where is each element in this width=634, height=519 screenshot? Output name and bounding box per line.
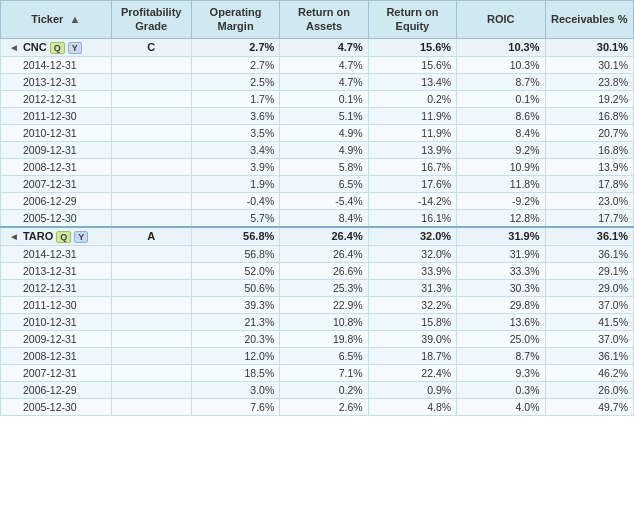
data-cell-rec_pct: 26.0% [545,381,633,398]
ticker-cell: ◄TAROQY [1,227,112,246]
data-cell-roe: 0.9% [368,381,456,398]
data-cell-op_margin: 18.5% [191,364,279,381]
financial-table: Ticker ▲ Profitability Grade Operating M… [0,0,634,416]
date-cell: 2006-12-29 [1,381,112,398]
summary-op_margin: 56.8% [191,227,279,246]
data-cell-roic: -9.2% [457,192,545,209]
date-cell: 2011-12-30 [1,107,112,124]
header-roic-label: ROIC [487,13,515,25]
data-cell-roe: 11.9% [368,107,456,124]
data-cell-rec_pct: 37.0% [545,296,633,313]
data-cell-op_margin: 3.0% [191,381,279,398]
table-row: 2010-12-313.5%4.9%11.9%8.4%20.7% [1,124,634,141]
data-cell-roe: 32.2% [368,296,456,313]
data-cell-roa: 7.1% [280,364,368,381]
data-cell-rec_pct: 16.8% [545,141,633,158]
data-cell-roic: 33.3% [457,262,545,279]
table-row: 2011-12-303.6%5.1%11.9%8.6%16.8% [1,107,634,124]
data-cell-op_margin: 1.9% [191,175,279,192]
data-cell-op_margin: 3.5% [191,124,279,141]
empty-grade-cell [111,56,191,73]
empty-grade-cell [111,364,191,381]
empty-grade-cell [111,398,191,415]
data-cell-roe: 15.6% [368,56,456,73]
date-cell: 2011-12-30 [1,296,112,313]
data-cell-roa: 2.6% [280,398,368,415]
data-cell-roic: 9.2% [457,141,545,158]
summary-op_margin: 2.7% [191,38,279,56]
data-cell-roic: 8.4% [457,124,545,141]
data-cell-roa: 4.9% [280,124,368,141]
data-cell-roic: 9.3% [457,364,545,381]
data-cell-roe: 0.2% [368,90,456,107]
data-cell-roe: 13.9% [368,141,456,158]
header-ticker[interactable]: Ticker ▲ [1,1,112,39]
data-cell-rec_pct: 36.1% [545,245,633,262]
header-rec-pct[interactable]: Receivables % [545,1,633,39]
data-cell-roe: 16.7% [368,158,456,175]
badge-y[interactable]: Y [68,42,82,54]
data-cell-op_margin: 12.0% [191,347,279,364]
expand-arrow[interactable]: ◄ [9,42,19,53]
empty-grade-cell [111,107,191,124]
data-cell-op_margin: 5.7% [191,209,279,227]
table-row: 2012-12-311.7%0.1%0.2%0.1%19.2% [1,90,634,107]
data-cell-roic: 0.3% [457,381,545,398]
data-cell-op_margin: 56.8% [191,245,279,262]
data-cell-op_margin: 3.9% [191,158,279,175]
table-row: 2009-12-3120.3%19.8%39.0%25.0%37.0% [1,330,634,347]
ticker-row: ◄TAROQYA56.8%26.4%32.0%31.9%36.1% [1,227,634,246]
data-cell-roa: 5.1% [280,107,368,124]
empty-grade-cell [111,245,191,262]
data-cell-op_margin: 3.4% [191,141,279,158]
empty-grade-cell [111,262,191,279]
badge-q[interactable]: Q [50,42,65,54]
header-roic[interactable]: ROIC [457,1,545,39]
data-cell-roic: 29.8% [457,296,545,313]
badge-y[interactable]: Y [74,231,88,243]
data-cell-roe: 33.9% [368,262,456,279]
data-cell-rec_pct: 23.0% [545,192,633,209]
header-rec-pct-label: Receivables % [551,13,627,25]
data-cell-op_margin: 20.3% [191,330,279,347]
data-cell-op_margin: 52.0% [191,262,279,279]
data-cell-rec_pct: 17.8% [545,175,633,192]
empty-grade-cell [111,381,191,398]
data-cell-op_margin: 7.6% [191,398,279,415]
table-row: 2014-12-3156.8%26.4%32.0%31.9%36.1% [1,245,634,262]
summary-roic: 31.9% [457,227,545,246]
data-cell-roic: 10.3% [457,56,545,73]
data-cell-rec_pct: 16.8% [545,107,633,124]
header-roa[interactable]: Return on Assets [280,1,368,39]
ticker-label: TARO [23,230,53,242]
data-cell-rec_pct: 19.2% [545,90,633,107]
data-cell-roic: 0.1% [457,90,545,107]
data-cell-roe: 11.9% [368,124,456,141]
data-cell-roa: 0.2% [280,381,368,398]
date-cell: 2012-12-31 [1,90,112,107]
data-cell-rec_pct: 37.0% [545,330,633,347]
data-cell-rec_pct: 29.0% [545,279,633,296]
date-cell: 2009-12-31 [1,330,112,347]
data-cell-roe: 16.1% [368,209,456,227]
data-cell-op_margin: 2.7% [191,56,279,73]
data-cell-op_margin: -0.4% [191,192,279,209]
table-row: 2007-12-3118.5%7.1%22.4%9.3%46.2% [1,364,634,381]
header-grade[interactable]: Profitability Grade [111,1,191,39]
data-cell-roa: 22.9% [280,296,368,313]
date-cell: 2009-12-31 [1,141,112,158]
data-cell-roa: 5.8% [280,158,368,175]
header-roe[interactable]: Return on Equity [368,1,456,39]
date-cell: 2007-12-31 [1,364,112,381]
date-cell: 2010-12-31 [1,313,112,330]
ticker-cell: ◄CNCQY [1,38,112,56]
header-op-margin[interactable]: Operating Margin [191,1,279,39]
expand-arrow[interactable]: ◄ [9,231,19,242]
badge-q[interactable]: Q [56,231,71,243]
data-cell-roic: 11.8% [457,175,545,192]
summary-rec_pct: 36.1% [545,227,633,246]
data-cell-op_margin: 1.7% [191,90,279,107]
summary-roa: 26.4% [280,227,368,246]
data-cell-roic: 25.0% [457,330,545,347]
data-cell-roic: 4.0% [457,398,545,415]
